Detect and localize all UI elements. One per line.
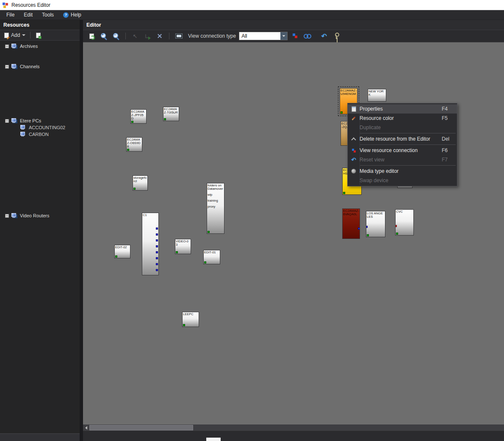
monitor-button[interactable] xyxy=(174,31,183,41)
tree-item-cvc[interactable]: CVC xyxy=(0,77,22,83)
panel-splitter[interactable] xyxy=(80,20,83,441)
tree-item-ec2amaz-6vaqa0l[interactable]: EC2AMAZ-6VAQA0L xyxy=(0,144,22,151)
tree-item-seattle[interactable]: SEATTLE xyxy=(0,111,22,117)
context-menu-item-properties[interactable]: PropertiesF4 xyxy=(348,104,457,114)
tree-item-los-angeles[interactable]: LOS ANGELES xyxy=(0,83,22,90)
context-menu-item-resource-color[interactable]: Resource colorF5 xyxy=(348,114,457,123)
context-menu-item-view-resource-connection[interactable]: View resource connectionF6 xyxy=(348,146,457,155)
canvas-node-cvc[interactable]: CVC xyxy=(395,209,414,236)
menu-item-help[interactable]: Help xyxy=(58,11,86,19)
tree-item-ec2amaz-2qj99ve[interactable]: EC2AMAZ-2QJ99VE xyxy=(0,138,22,144)
tree-item-ec2amaz-o6s9d82[interactable]: EC2AMAZ-O6S9D82 xyxy=(0,165,22,172)
add-button-label: Add xyxy=(11,32,20,38)
tree-item-ec2amaz-t0i5uru[interactable]: EC2AMAZ-T0I5URU xyxy=(0,172,22,178)
tree-item-ec2amaz-u94engm[interactable]: EC2AMAZ-U94ENGM xyxy=(0,178,22,185)
tree-item-archives[interactable]: Archives xyxy=(0,43,80,50)
tree-item-chicago[interactable]: CHICAGO xyxy=(0,70,22,77)
add-dropdown-caret[interactable] xyxy=(22,34,25,36)
key-button[interactable] xyxy=(332,31,341,41)
node-label: EC2AMAZ-O6S9D8 xyxy=(127,138,142,148)
delete-connection-button[interactable] xyxy=(155,31,164,41)
tree-item-san-francisco[interactable]: SAN FRANCISCO xyxy=(0,104,22,111)
tree-item-ec2amaz-hsdf30j[interactable]: EC2AMAZ-HSDF30J xyxy=(0,151,22,158)
canvas-node-ec2amaz-jpf05d[interactable]: EC2AMAZ-JPF05D xyxy=(130,109,147,124)
add-button[interactable]: Add xyxy=(3,31,27,39)
tree-item-video-03[interactable]: VIDEO-03 xyxy=(0,205,22,212)
tree-expander-icon[interactable] xyxy=(5,214,9,218)
tree-item-new-york[interactable]: NEW YORK xyxy=(0,97,22,104)
canvas-node-folders-on-datamover[interactable]: folders on Datamoverwiptrainingproxy xyxy=(207,183,224,234)
reset-view-button[interactable] xyxy=(319,31,329,41)
tree-item-ec2amaz-jpf05dq[interactable]: EC2AMAZ-JPF05DQ xyxy=(0,158,22,165)
tree-item-label: ACCOUNTING02 xyxy=(29,125,65,130)
view-connection-type-label: View connection type xyxy=(188,33,236,39)
tree-item-c1[interactable]: C1 xyxy=(0,219,22,226)
green-marker xyxy=(164,118,166,120)
context-menu-separator xyxy=(360,133,456,133)
zoom-out-icon xyxy=(113,33,120,40)
add-resource-icon xyxy=(4,33,9,38)
blue-marker xyxy=(156,245,158,247)
resources-panel: Resources Add Archivesfolders on Datamov… xyxy=(0,20,80,441)
select-dropdown-button[interactable] xyxy=(280,32,287,40)
canvas-node-leepc[interactable]: LEEPC xyxy=(182,312,199,327)
connection-icon xyxy=(348,149,360,153)
green-marker xyxy=(367,234,369,236)
menu-item-edit[interactable]: Edit xyxy=(19,11,37,19)
app-icon xyxy=(3,2,8,8)
find-button[interactable] xyxy=(303,31,312,41)
connection-colors-button[interactable] xyxy=(291,31,300,41)
canvas-node-c1[interactable]: C1 xyxy=(142,213,159,275)
horizontal-scrollbar[interactable] xyxy=(83,424,504,431)
canvas-node-storageforct[interactable]: storageforct xyxy=(133,175,148,191)
blue-marker xyxy=(156,251,158,253)
tree-expander-icon[interactable] xyxy=(5,119,9,123)
tree-item-etere-pcs[interactable]: Etere PCs xyxy=(0,117,80,124)
tree-item-edit-02[interactable]: EDIT-02 xyxy=(0,192,22,199)
canvas-node-edit-02[interactable]: EDIT-02 xyxy=(114,245,130,258)
editor-canvas[interactable]: PropertiesF4Resource colorF5DuplicateDel… xyxy=(83,42,504,424)
refresh-button[interactable] xyxy=(87,31,96,41)
tree-item-minneapolis[interactable]: MINNEAPOLIS xyxy=(0,90,22,97)
editor-bottom-bar xyxy=(83,431,504,441)
context-menu-item-media-type-editor[interactable]: Media type editor xyxy=(348,166,457,176)
tree-item-leepc[interactable]: LEEPC xyxy=(0,199,22,205)
canvas-node-edit-01[interactable]: EDIT-01 xyxy=(203,250,220,264)
zoom-out-button[interactable] xyxy=(111,31,121,41)
canvas-node-ec2amaz-o6s9d8[interactable]: EC2AMAZ-O6S9D8 xyxy=(126,137,142,152)
tree-item-folders-on-datamover[interactable]: folders on Datamover xyxy=(0,50,22,56)
scroll-left-button[interactable] xyxy=(83,424,89,431)
context-menu-shortcut: F6 xyxy=(442,147,457,153)
tree-item-carbon[interactable]: CARBON xyxy=(0,131,80,138)
blue-marker xyxy=(156,269,158,271)
edit-resource-button[interactable] xyxy=(33,31,43,40)
menu-item-file[interactable]: File xyxy=(2,11,19,19)
tree-expander-icon[interactable] xyxy=(5,44,9,48)
chevron-down-icon xyxy=(282,35,285,36)
add-connection-icon xyxy=(145,34,150,38)
tree-item-channels[interactable]: Channels xyxy=(0,63,80,70)
tree-item-video-routers[interactable]: Video Routers xyxy=(0,212,80,219)
canvas-node-new-york[interactable]: NEW YORK xyxy=(368,89,386,102)
canvas-node-ec2amaz-6vaqa0l[interactable]: EC2AMAZ-6VAQA0L xyxy=(342,208,360,239)
toolbar-separator xyxy=(30,32,30,39)
context-menu-item-label: Duplicate xyxy=(360,125,442,130)
connection-type-select[interactable]: All xyxy=(239,32,288,40)
context-menu-item-label: Resource color xyxy=(360,115,442,121)
node-label: storageforct xyxy=(133,176,147,183)
canvas-node-los-angeles[interactable]: LOS ANGELES xyxy=(366,211,385,237)
menu-item-tools[interactable]: Tools xyxy=(37,11,58,19)
tree-item-accounting02[interactable]: ACCOUNTING02 xyxy=(0,124,80,131)
tree-item-storageforct[interactable]: storageforct xyxy=(0,56,22,63)
zoom-in-button[interactable] xyxy=(99,31,108,41)
resources-toolbar: Add xyxy=(0,30,80,41)
context-menu-item-delete-resource-from-the-editor[interactable]: Delete resource from the EditorDel xyxy=(348,134,457,144)
green-marker xyxy=(341,111,343,114)
context-menu-shortcut: F5 xyxy=(442,115,457,121)
context-menu-item-duplicate: Duplicate xyxy=(348,123,457,132)
scrollbar-thumb[interactable] xyxy=(89,425,193,430)
tree-expander-icon[interactable] xyxy=(5,65,9,69)
canvas-node-ec2amaz-t0i5ur[interactable]: EC2AMAZ-T0I5UR xyxy=(163,107,179,121)
canvas-node-video-03[interactable]: VIDEO-03 xyxy=(175,239,191,254)
tree-item-edit-01[interactable]: EDIT-01 xyxy=(0,185,22,192)
